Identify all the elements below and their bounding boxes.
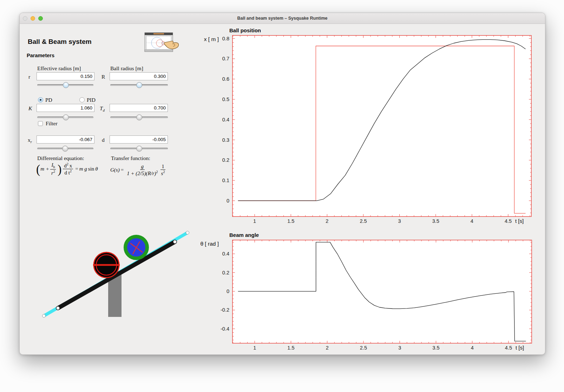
ball-beam-drawing[interactable] bbox=[42, 231, 189, 318]
y-tick-label: 0.4 bbox=[222, 117, 229, 122]
x-tick-label: 3 bbox=[398, 345, 401, 351]
beam-angle-chart: 11.522.533.544.5-0.4-0.200.20.4Beam angl… bbox=[200, 232, 532, 351]
y-tick-label: 0.6 bbox=[222, 76, 229, 82]
window-title: Ball and beam system – Sysquake Runtime bbox=[20, 16, 545, 21]
y-tick-label: 0.1 bbox=[222, 178, 229, 183]
plot-area[interactable] bbox=[232, 35, 531, 217]
x-tick-label: 3.5 bbox=[432, 345, 439, 351]
chart-title: Beam angle bbox=[229, 232, 259, 238]
x-tick-label: 4 bbox=[471, 218, 473, 224]
y-tick-label: 0 bbox=[227, 288, 229, 294]
x-tick-label: 4.5 bbox=[505, 218, 512, 224]
ball-position-chart: 11.522.533.544.500.10.20.30.40.50.60.70.… bbox=[204, 27, 531, 224]
scene-canvas: 11.522.533.544.500.10.20.30.40.50.60.70.… bbox=[20, 24, 545, 354]
plot-area[interactable] bbox=[232, 240, 532, 343]
y-tick-label: 0.2 bbox=[222, 270, 229, 275]
y-tick-label: 0.5 bbox=[222, 97, 229, 102]
y-axis-label: θ [ rad ] bbox=[200, 241, 219, 247]
x-tick-label: 2.5 bbox=[360, 218, 367, 224]
x-tick-label: 2 bbox=[326, 218, 328, 224]
y-tick-label: -0.4 bbox=[221, 326, 229, 332]
x-tick-label: 3.5 bbox=[432, 218, 439, 224]
x-tick-label: 3 bbox=[398, 218, 401, 224]
chart-title: Ball position bbox=[229, 27, 261, 33]
ball[interactable] bbox=[93, 252, 120, 278]
y-tick-label: 0.3 bbox=[222, 137, 229, 143]
x-tick-label: 1.5 bbox=[287, 345, 294, 351]
x-tick-label: 4.5 bbox=[505, 345, 512, 351]
y-tick-label: 0.4 bbox=[222, 251, 229, 257]
target-position-marker[interactable] bbox=[125, 237, 147, 258]
x-axis-label: t [s] bbox=[515, 218, 524, 224]
app-window: Ball and beam system – Sysquake Runtime … bbox=[19, 13, 545, 355]
title-bar[interactable]: Ball and beam system – Sysquake Runtime bbox=[20, 13, 545, 24]
y-axis-label: x [ m ] bbox=[204, 36, 219, 42]
x-tick-label: 1 bbox=[253, 345, 256, 351]
y-tick-label: 0.8 bbox=[222, 36, 229, 41]
screen: Ball and beam system – Sysquake Runtime … bbox=[0, 0, 564, 392]
y-tick-label: 0 bbox=[227, 198, 229, 204]
x-tick-label: 2 bbox=[326, 345, 329, 351]
x-tick-label: 1 bbox=[253, 218, 256, 224]
x-axis-label: t [s] bbox=[516, 345, 524, 351]
x-tick-label: 4 bbox=[471, 345, 474, 351]
y-tick-label: -0.2 bbox=[221, 307, 229, 313]
content-area: Ball & Beam system Parameters Effect bbox=[20, 24, 545, 354]
y-tick-label: 0.2 bbox=[222, 157, 229, 163]
y-tick-label: 0.7 bbox=[222, 56, 229, 61]
x-tick-label: 1.5 bbox=[287, 218, 294, 224]
x-tick-label: 2.5 bbox=[360, 345, 367, 351]
